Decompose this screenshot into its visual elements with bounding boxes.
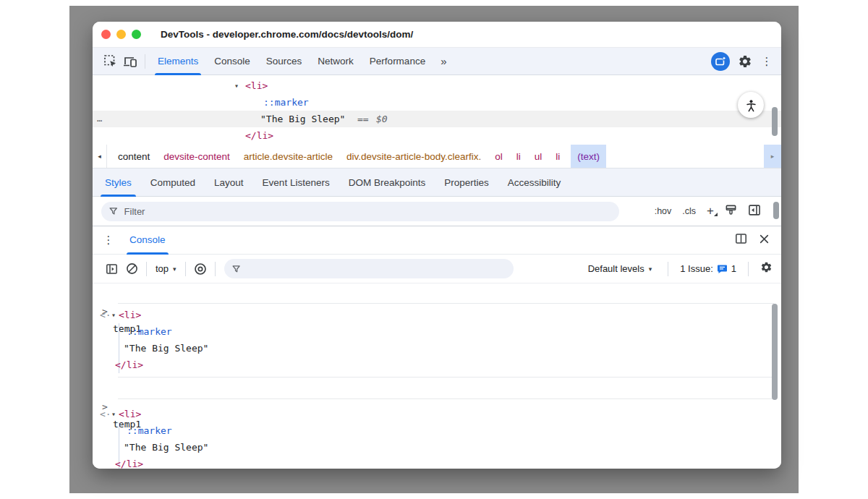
zoom-traffic-light[interactable] (132, 30, 141, 39)
crumb-li[interactable]: li (516, 145, 521, 168)
levels-label: Default levels (588, 263, 644, 274)
new-style-rule-button[interactable]: + (707, 205, 714, 217)
console-command[interactable]: > temp1 (93, 286, 781, 303)
console-result-node[interactable]: <· ▾ <li> ::marker "The Big Sleep" </li> (93, 403, 781, 469)
close-traffic-light[interactable] (101, 30, 111, 39)
console-messages: > temp1 <· ▾ <li> ::marker "The Big Slee… (93, 283, 781, 469)
tab-dom-breakpoints[interactable]: DOM Breakpoints (339, 169, 435, 197)
elements-tree-panel: ▾ <li> ::marker … "The Big Sleep" == $0 … (93, 75, 781, 145)
crumb-text-node-selected[interactable]: (text) (571, 145, 606, 168)
more-tabs-icon[interactable]: » (433, 55, 453, 67)
minimize-traffic-light[interactable] (116, 30, 126, 39)
styles-tab-bar: Styles Computed Layout Event Listeners D… (93, 169, 781, 197)
tab-sources[interactable]: Sources (258, 48, 310, 75)
clear-console-icon[interactable] (122, 259, 142, 279)
console-scrollbar-thumb[interactable] (772, 304, 778, 400)
eye-glyph (194, 263, 207, 276)
inspect-element-icon[interactable] (100, 51, 120, 72)
li-open-tag: <li> (245, 77, 268, 94)
text-node-value: "The Big Sleep" (124, 340, 208, 357)
tab-layout[interactable]: Layout (205, 169, 253, 197)
styles-filter-row: :hov .cls + (93, 197, 781, 226)
toggle-hover-state-button[interactable]: :hov (655, 206, 672, 216)
dom-node-marker[interactable]: ::marker (93, 94, 781, 111)
crumb-ol[interactable]: ol (495, 145, 503, 168)
crumb-li-2[interactable]: li (556, 145, 560, 168)
console-result-node[interactable]: <· ▾ <li> ::marker "The Big Sleep" </li> (93, 304, 781, 377)
toolbar-separator (145, 54, 145, 69)
rendering-brush-icon[interactable] (725, 204, 737, 219)
dom-node-text-selected[interactable]: … "The Big Sleep" == $0 (93, 111, 781, 127)
breadcrumb-forward-icon[interactable]: ▸ (762, 145, 781, 168)
menu-kebab-icon[interactable]: ⋮ (760, 51, 774, 72)
caret-down-icon: ▾ (649, 265, 652, 273)
settings-gear-icon[interactable] (735, 51, 755, 72)
window-titlebar: DevTools - developer.chrome.com/docs/dev… (93, 22, 781, 48)
tab-elements[interactable]: Elements (150, 48, 206, 75)
expand-arrow-icon[interactable]: ▾ (111, 307, 116, 323)
tab-computed[interactable]: Computed (141, 169, 205, 197)
styles-filter-input-box[interactable] (101, 202, 619, 221)
toggle-element-classes-button[interactable]: .cls (682, 206, 696, 216)
text-node-value: "The Big Sleep" (260, 111, 345, 127)
li-close-tag: </li> (115, 456, 143, 469)
message-divider (118, 377, 774, 378)
console-sidebar-toggle-icon[interactable] (101, 259, 122, 279)
console-filter-input-box[interactable] (224, 259, 514, 278)
inspect-element-glyph (103, 54, 117, 68)
device-toolbar-icon[interactable] (120, 51, 140, 72)
crumb-devsite-content[interactable]: devsite-content (163, 145, 230, 168)
li-open-tag: <li> (119, 406, 141, 422)
gear-glyph (760, 261, 773, 273)
tab-properties[interactable]: Properties (435, 169, 498, 197)
tab-accessibility[interactable]: Accessibility (498, 169, 571, 197)
dom-node-li-close[interactable]: </li> (93, 127, 781, 144)
console-command[interactable]: > temp1 (93, 381, 781, 398)
execution-context-selector[interactable]: top ▾ (151, 263, 181, 274)
equals-sign: == (357, 111, 369, 127)
show-sidebar-panel-icon[interactable] (748, 204, 761, 219)
issues-counter[interactable]: 1 Issue: 1 (680, 263, 736, 274)
styles-scrollbar-thumb[interactable] (773, 202, 779, 219)
drawer-tab-console[interactable]: Console (122, 226, 174, 255)
tab-performance[interactable]: Performance (362, 48, 433, 75)
close-drawer-icon[interactable] (759, 234, 770, 247)
styles-filter-input[interactable] (124, 206, 612, 217)
marker-pseudo: ::marker (127, 422, 172, 439)
console-toolbar-separator (668, 262, 668, 276)
crumb-article[interactable]: article.devsite-article (244, 145, 333, 168)
default-levels-dropdown[interactable]: Default levels ▾ (584, 263, 657, 274)
gear-glyph (738, 54, 752, 69)
expand-arrow-icon[interactable]: ▾ (111, 406, 116, 422)
marker-pseudo: ::marker (127, 323, 172, 340)
tab-network[interactable]: Network (310, 48, 362, 75)
window-title: DevTools - developer.chrome.com/docs/dev… (161, 22, 413, 48)
drawer-kebab-icon[interactable]: ⋮ (101, 234, 116, 247)
console-filter-input[interactable] (247, 263, 506, 274)
dom-node-li-open[interactable]: ▾ <li> (93, 77, 781, 94)
ai-assistance-button[interactable] (710, 51, 731, 72)
tab-console[interactable]: Console (206, 48, 258, 75)
crumb-article-body[interactable]: div.devsite-article-body.clearfix. (346, 145, 481, 168)
accessibility-fab-button[interactable] (738, 92, 764, 118)
device-toolbar-glyph (123, 55, 137, 68)
console-settings-gear-icon[interactable] (760, 261, 773, 276)
context-label: top (156, 263, 169, 274)
close-x-glyph (759, 234, 770, 244)
split-panel-icon[interactable] (735, 233, 747, 247)
dom-breadcrumb-bar: ◂ content devsite-content article.devsit… (93, 145, 781, 169)
sidebar-toggle-glyph (106, 263, 118, 275)
expand-arrow-icon[interactable]: ▾ (234, 77, 239, 94)
console-toolbar-separator (215, 262, 216, 276)
crumb-ul[interactable]: ul (535, 145, 542, 168)
filter-funnel-icon (109, 206, 119, 216)
return-value-icon: <· (100, 307, 111, 323)
message-divider (118, 398, 774, 399)
tab-event-listeners[interactable]: Event Listeners (253, 169, 339, 197)
split-panel-glyph (735, 233, 747, 244)
tab-styles[interactable]: Styles (95, 169, 141, 197)
live-expression-eye-icon[interactable] (190, 259, 210, 279)
text-node-value: "The Big Sleep" (124, 439, 208, 456)
elements-scrollbar-thumb[interactable] (772, 107, 778, 136)
console-toolbar-separator (185, 262, 186, 276)
